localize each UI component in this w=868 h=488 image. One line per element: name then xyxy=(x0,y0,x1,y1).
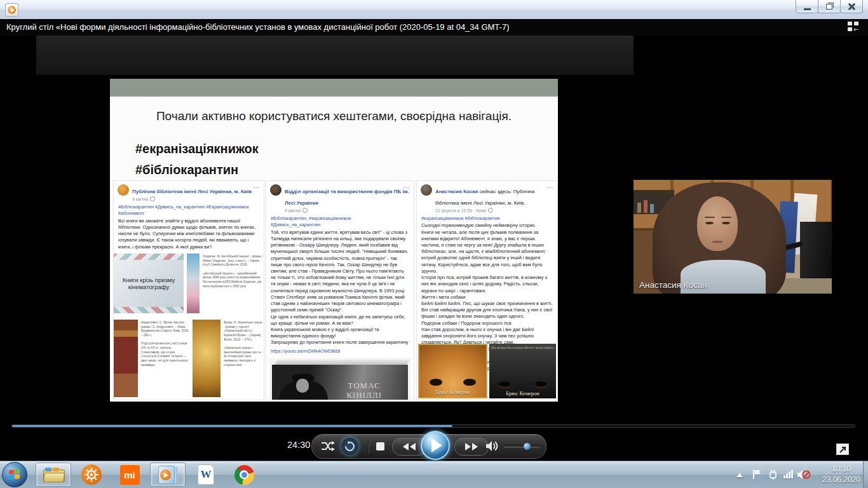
cover-author: Брюс Кемерон xyxy=(489,390,556,396)
post-hashtags[interactable]: #екранізаціякнижок #бібліокарантин xyxy=(417,214,557,222)
dog-book-covers[interactable]: Брюс Кемерон Від автора бестселера «Житт… xyxy=(418,344,556,398)
show-desktop-button[interactable] xyxy=(863,461,868,488)
cover-tagline: Від автора бестселера «Життя і мета соба… xyxy=(489,346,556,349)
post-text: Всі книги ви зможете знайти у відділі аб… xyxy=(114,217,264,252)
globe-icon xyxy=(150,196,155,201)
fast-forward-button[interactable] xyxy=(454,438,489,456)
folder-icon xyxy=(43,467,64,482)
cover-author: Брюс Кемерон xyxy=(419,389,486,395)
book-cover-inkheart[interactable] xyxy=(193,320,220,397)
taskbar-word-button[interactable]: W xyxy=(188,463,224,487)
taskbar-media-player-button[interactable] xyxy=(150,463,186,487)
video-area[interactable]: Почали активно користуватися хештегами, … xyxy=(0,36,868,427)
close-icon xyxy=(848,3,855,10)
post-menu-icon[interactable]: ... xyxy=(253,183,260,189)
volume-muted-icon[interactable] xyxy=(797,469,811,483)
restore-icon xyxy=(826,4,832,10)
minimize-icon xyxy=(804,8,811,10)
taskbar: mi W 10:10 xyxy=(0,461,868,488)
post-media-collage[interactable]: Книги крізь призму кінематографу Ондатже… xyxy=(114,254,264,400)
taskbar-wheel-app-button[interactable] xyxy=(74,463,109,487)
play-button[interactable] xyxy=(421,431,450,460)
volume-knob[interactable] xyxy=(524,443,531,450)
media-player-icon xyxy=(158,465,177,484)
post-menu-icon[interactable]: ... xyxy=(546,183,553,189)
player-controls: 24:30 xyxy=(0,432,868,461)
taskbar-mi-button[interactable]: mi xyxy=(112,463,147,487)
facebook-post-1: Публічна бібліотека імені Лесі Українки,… xyxy=(113,180,264,400)
page-name: Відділ організації та використання фонді… xyxy=(285,189,409,206)
restore-button[interactable] xyxy=(818,0,841,13)
book-cover-black-dog[interactable]: Від автора бестселера «Життя і мета соба… xyxy=(489,344,556,398)
library-avatar xyxy=(118,184,129,196)
book-cover-english-patient[interactable] xyxy=(187,254,200,313)
man-face xyxy=(296,379,309,393)
page-name: Публічна бібліотека імені Лесі Українки,… xyxy=(132,189,259,194)
post-header: Публічна бібліотека імені Лесі Українки,… xyxy=(114,181,264,203)
video-title: Круглий стіл «Нові форми діяльності інфо… xyxy=(6,22,509,32)
mi-logo-icon: mi xyxy=(120,465,140,485)
volume-slider[interactable] xyxy=(504,445,539,448)
post-hashtags[interactable]: #Бібліокарантин #Дивись_на_карантині #Ек… xyxy=(114,203,264,217)
minimize-button[interactable] xyxy=(796,0,818,13)
play-icon xyxy=(431,438,442,452)
show-hidden-icons-button[interactable] xyxy=(736,473,743,477)
gallery-view-icon[interactable]: ← xyxy=(848,22,860,33)
dog-eye xyxy=(534,381,547,388)
windows-logo-icon xyxy=(9,469,20,480)
book-cover-front: ТОМАС КІНІЛЛІ Той, хто врятує одне життя… xyxy=(272,365,408,400)
word-icon: W xyxy=(198,464,214,485)
seek-bar[interactable] xyxy=(11,424,855,428)
speaker-face xyxy=(697,196,738,251)
clock-time: 10:10 xyxy=(817,464,865,475)
post-menu-icon[interactable]: ... xyxy=(403,183,410,189)
facebook-post-3: Анастасия Косая сейчас здесь: Публічна б… xyxy=(416,180,558,400)
close-button[interactable] xyxy=(840,0,863,13)
post-date: 9 квітня xyxy=(132,196,259,201)
taskbar-chrome-button[interactable] xyxy=(226,463,262,487)
screen: { "window": { "video_title": "Круглий ст… xyxy=(0,0,868,488)
tray-clock[interactable]: 10:10 23.06.2020 xyxy=(817,464,865,485)
media-player-app-icon xyxy=(5,3,18,17)
dog-eye xyxy=(498,381,511,388)
window-titlebar[interactable] xyxy=(0,0,868,20)
network-signal-icon[interactable] xyxy=(783,469,793,478)
taskbar-explorer-button[interactable] xyxy=(36,463,71,487)
play-disc-icon xyxy=(8,6,16,14)
mute-button[interactable] xyxy=(485,440,499,452)
stop-button[interactable] xyxy=(376,442,384,451)
dog-eye xyxy=(463,379,476,386)
action-center-flag-icon[interactable] xyxy=(752,469,762,482)
cinema-banner-image[interactable]: Книги крізь призму кінематографу xyxy=(114,254,184,313)
globe-icon xyxy=(488,208,493,213)
ship-wheel-icon xyxy=(81,464,102,485)
repeat-button[interactable] xyxy=(341,438,358,455)
controls-pill xyxy=(311,434,546,459)
book-cover-golden-dog[interactable]: Брюс Кемерон xyxy=(418,344,487,398)
post-header: Анастасия Косая сейчас здесь: Публічна б… xyxy=(417,181,557,214)
post-hashtags[interactable]: #Бібліокарантин, #екранізаціякнижок #Див… xyxy=(266,214,414,229)
switch-to-library-button[interactable] xyxy=(836,444,849,455)
participant-name-label: Анастасия Косая xyxy=(639,280,707,290)
presentation-slide: Почали активно користуватися хештегами, … xyxy=(110,79,558,402)
post-header: Відділ організації та використання фонді… xyxy=(266,181,414,214)
user-avatar xyxy=(421,184,432,196)
start-button[interactable] xyxy=(2,462,27,487)
post-date: 22 апреля в 15:59 · Киев xyxy=(435,208,553,213)
shared-screen-top xyxy=(36,36,634,75)
globe-icon xyxy=(302,208,308,213)
book-annotation: Андрухович, С. Фелікс Австрія : роман / … xyxy=(141,321,189,368)
chrome-icon xyxy=(234,465,254,485)
facebook-post-2: Відділ організації та використання фонді… xyxy=(266,180,414,400)
webcam-video[interactable]: Анастасия Косая xyxy=(634,180,832,294)
shuffle-button[interactable] xyxy=(321,440,335,452)
youtube-link[interactable]: https://youtu.be/mDMk4OWDB68 xyxy=(266,348,414,356)
elapsed-time: 24:30 xyxy=(287,440,310,450)
post-text: Той, хто врятував єдине життя, врятував … xyxy=(266,229,414,348)
page-name: Анастасия Косая сейчас здесь: Публічна б… xyxy=(435,189,534,206)
slide-heading: Почали активно користуватися хештегами, … xyxy=(128,109,540,123)
power-plug-icon[interactable] xyxy=(768,469,778,482)
seek-progress xyxy=(12,425,452,427)
book-cover-felix-austria[interactable] xyxy=(114,320,138,397)
schindler-book-image[interactable]: ТОМАС КІНІЛЛІ Той, хто врятує одне життя… xyxy=(269,358,410,400)
